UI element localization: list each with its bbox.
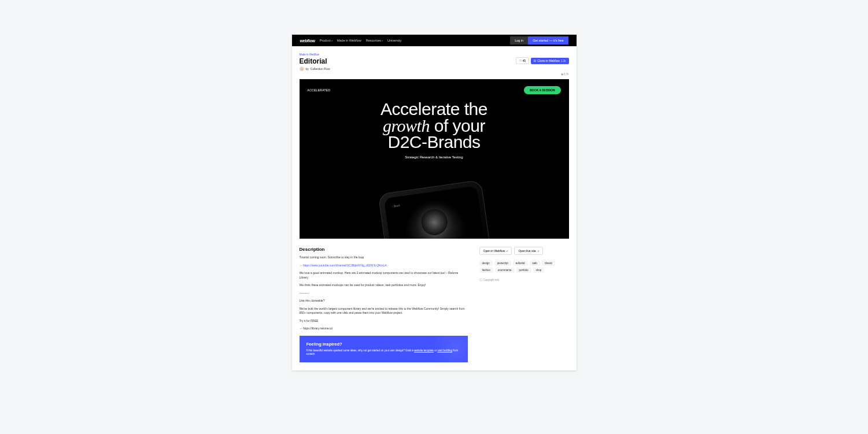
desc-p5: Like this cloneable? [300, 299, 468, 303]
description-title: Description [300, 247, 468, 252]
chevron-down-icon: ▾ [382, 39, 383, 42]
desc-p4: We think these animated mockups can be u… [300, 283, 468, 288]
hero-line-3: D2C-Brands [300, 134, 569, 151]
clone-label: Clone in Webflow [537, 59, 560, 62]
tag-design[interactable]: design [479, 261, 493, 266]
page-frame: webflow Product▾ Made in Webflow Resourc… [292, 35, 577, 370]
page-content: Made in Webflow Editorial by Collection … [292, 46, 577, 370]
sidebar-column: Open in Webflow ↗ Open live site ↗ desig… [479, 247, 569, 362]
tag-web[interactable]: web [530, 261, 540, 266]
author-row: by Collection Flow [300, 66, 330, 71]
heart-icon: ♡ [519, 59, 522, 62]
phone-back-label: ‹ Back [391, 203, 400, 208]
body-row: Description Tutorial coming soon. Subscr… [300, 247, 569, 370]
external-icon: ↗ [506, 250, 508, 253]
preview-header: ACCELERATED BOOK A SESSION [308, 86, 561, 94]
like-count: 45 [523, 59, 526, 62]
desc-relume-link: → https://library.relume.io/ [300, 327, 468, 331]
chevron-down-icon: ▾ [331, 39, 333, 42]
phone-screen: ‹ Back [383, 186, 485, 239]
views-count: ◉ 8.7k [561, 73, 569, 76]
book-session-button[interactable]: BOOK A SESSION [524, 86, 560, 94]
site-preview[interactable]: ACCELERATED BOOK A SESSION Accelerate th… [300, 79, 569, 239]
header-left: Editorial by Collection Flow [300, 57, 330, 71]
views-text: 8.7k [564, 73, 569, 76]
inspired-text: If this beautiful website sparked some i… [306, 349, 461, 357]
copyright-info[interactable]: ⓘ Copyright info [479, 279, 569, 281]
hero-text: Accelerate the growth of your D2C-Brands… [300, 101, 569, 159]
login-button[interactable]: Log in [510, 36, 528, 44]
tag-portfolio[interactable]: portfolio [516, 268, 531, 273]
open-live-label: Open live site [518, 249, 535, 253]
clone-button[interactable]: ⧉ Clone in Webflow 1.3k [531, 58, 568, 64]
get-started-button[interactable]: Get started — it's free [528, 36, 568, 44]
preview-brand: ACCELERATED [308, 88, 331, 92]
breadcrumb[interactable]: Made in Webflow [300, 53, 569, 56]
hero-line-2: growth of your [300, 118, 569, 135]
nav-resources-label: Resources [366, 39, 381, 42]
external-icon: ↗ [537, 250, 539, 253]
desc-divider: ---------- [300, 291, 468, 296]
inspired-title: Feeling inspired? [306, 342, 461, 347]
nav-university[interactable]: University [387, 39, 401, 42]
nav-made-in-webflow[interactable]: Made in Webflow [337, 39, 361, 42]
author-by: by [306, 67, 309, 71]
tag-javascript[interactable]: javascript [494, 261, 511, 266]
nav-product-label: Product [320, 39, 331, 42]
copy-icon: ⧉ [534, 59, 536, 63]
desc-p7: Try it for FREE [300, 319, 468, 324]
inspired-or: or [434, 349, 438, 352]
open-buttons: Open in Webflow ↗ Open live site ↗ [479, 247, 569, 255]
tag-editorial[interactable]: editorial [513, 261, 528, 266]
desc-p3: We love a good animated mockup. Here are… [300, 271, 468, 280]
watch-face-image [419, 207, 449, 237]
nav-right: Log in Get started — it's free [510, 36, 568, 44]
open-live-site-button[interactable]: Open live site ↗ [514, 247, 542, 255]
views-row: ◉ 8.7k [300, 73, 569, 76]
tag-fashion[interactable]: fashion [479, 268, 494, 273]
desc-p1: Tutorial coming soon. Subscribe to stay … [300, 255, 468, 260]
open-in-webflow-button[interactable]: Open in Webflow ↗ [479, 247, 512, 255]
header-actions: ♡ 45 ⧉ Clone in Webflow 1.3k [516, 57, 569, 64]
author-name[interactable]: Collection Flow [311, 67, 330, 71]
desc-youtube-link[interactable]: → https://www.youtube.com/channel/UC36lj… [300, 264, 468, 268]
desc-p6: We've built the world's largest componen… [300, 307, 468, 316]
nav-resources[interactable]: Resources▾ [366, 39, 383, 42]
info-icon: ⓘ [479, 279, 482, 281]
header-row: Editorial by Collection Flow ♡ 45 ⧉ Clon… [300, 57, 569, 71]
nav-left: webflow Product▾ Made in Webflow Resourc… [300, 39, 402, 43]
tag-ecommerce[interactable]: ecommerce [495, 268, 515, 273]
clone-count: 1.3k [561, 60, 566, 62]
start-building-link[interactable]: start building [437, 349, 452, 352]
tags-list: design javascript editorial web classic … [479, 261, 569, 273]
tag-shop[interactable]: shop [533, 268, 545, 273]
phone-mockup: ‹ Back [378, 180, 490, 239]
top-navbar: webflow Product▾ Made in Webflow Resourc… [292, 35, 577, 46]
tag-classic[interactable]: classic [542, 261, 556, 266]
avatar[interactable] [300, 66, 304, 71]
like-button[interactable]: ♡ 45 [516, 57, 530, 64]
feeling-inspired-banner: Feeling inspired? If this beautiful webs… [300, 336, 468, 363]
copyright-label: Copyright info [483, 279, 500, 281]
webflow-logo[interactable]: webflow [300, 39, 315, 43]
eye-icon: ◉ [561, 73, 563, 76]
page-title: Editorial [300, 57, 330, 65]
description-column: Description Tutorial coming soon. Subscr… [300, 247, 468, 362]
hero-line-1: Accelerate the [300, 101, 569, 118]
inspired-pre: If this beautiful website sparked some i… [306, 349, 415, 352]
nav-product[interactable]: Product▾ [320, 39, 333, 42]
website-template-link[interactable]: website template [414, 349, 434, 352]
hero-subtitle: Strategic Research & Iterative Testing [300, 155, 569, 159]
open-webflow-label: Open in Webflow [483, 249, 505, 253]
